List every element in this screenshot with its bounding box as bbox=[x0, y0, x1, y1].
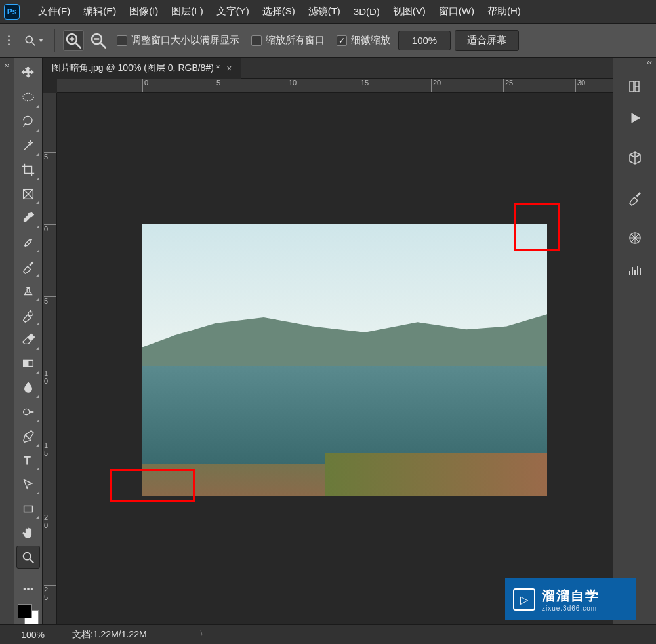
path-select-tool[interactable] bbox=[16, 473, 40, 496]
canvas-viewport[interactable] bbox=[57, 93, 613, 624]
ruler-v-label: 1 0 bbox=[44, 369, 48, 385]
clone-stamp-tool[interactable] bbox=[16, 279, 40, 302]
ruler-v-label: 5 bbox=[44, 153, 48, 161]
color-swatches[interactable] bbox=[18, 604, 39, 624]
canvas-image bbox=[142, 224, 547, 496]
status-flyout-icon[interactable]: 〉 bbox=[199, 629, 207, 640]
resize-window-label: 调整窗口大小以满屏显示 bbox=[131, 34, 239, 47]
ruler-h-label: 10 bbox=[289, 79, 297, 87]
move-tool[interactable] bbox=[16, 62, 40, 85]
menu-view[interactable]: 视图(V) bbox=[386, 1, 432, 22]
zoom-in-button[interactable] bbox=[63, 30, 84, 51]
panel-separator bbox=[613, 218, 656, 218]
svg-point-25 bbox=[28, 588, 30, 590]
type-tool[interactable]: T bbox=[16, 449, 40, 472]
fit-screen-button[interactable]: 适合屏幕 bbox=[455, 30, 519, 51]
histogram-icon[interactable] bbox=[619, 255, 651, 284]
status-bar: 100% 文档:1.22M/1.22M 〉 bbox=[0, 624, 656, 644]
right-panel-collapse[interactable]: ‹‹ bbox=[613, 58, 656, 71]
menu-window[interactable]: 窗口(W) bbox=[432, 1, 481, 22]
divider bbox=[54, 29, 55, 52]
status-doc-size[interactable]: 文档:1.22M/1.22M bbox=[72, 629, 147, 641]
left-panel-expand[interactable]: ›› bbox=[0, 58, 14, 624]
menu-bar: Ps 文件(F) 编辑(E) 图像(I) 图层(L) 文字(Y) 选择(S) 滤… bbox=[0, 0, 656, 24]
current-tool-indicator[interactable]: ▾ bbox=[20, 34, 47, 47]
scrubby-zoom-checkbox[interactable]: 细微缩放 bbox=[333, 34, 394, 47]
magic-wand-tool[interactable] bbox=[16, 134, 40, 157]
zoom-all-checkbox[interactable]: 缩放所有窗口 bbox=[247, 34, 329, 47]
libraries-panel-icon[interactable] bbox=[619, 72, 651, 101]
menu-3d[interactable]: 3D(D) bbox=[347, 2, 386, 21]
app-icon-label: Ps bbox=[7, 7, 17, 16]
blur-tool[interactable] bbox=[16, 376, 40, 399]
edit-toolbar-button[interactable] bbox=[16, 577, 40, 600]
actions-play-icon[interactable] bbox=[619, 104, 651, 132]
color-wheel-icon[interactable] bbox=[619, 224, 651, 252]
crop-tool[interactable] bbox=[16, 159, 40, 182]
menu-filter[interactable]: 滤镜(T) bbox=[302, 1, 347, 22]
document-tab[interactable]: 图片暗角.jpg @ 100% (图层 0, RGB/8#) * × bbox=[43, 58, 241, 79]
3d-panel-icon[interactable] bbox=[619, 144, 651, 172]
ruler-h-label: 30 bbox=[577, 79, 585, 87]
svg-point-24 bbox=[24, 588, 26, 590]
ruler-v-label: 5 bbox=[44, 297, 48, 305]
foreground-color-swatch[interactable] bbox=[18, 604, 32, 618]
vertical-ruler[interactable]: 5 0 5 1 0 1 5 2 0 2 5 bbox=[43, 93, 57, 624]
rectangle-tool[interactable] bbox=[16, 497, 40, 520]
watermark-logo-icon: ▷ bbox=[513, 588, 535, 611]
svg-point-0 bbox=[26, 36, 32, 43]
eraser-tool[interactable] bbox=[16, 328, 40, 351]
hand-tool[interactable] bbox=[16, 521, 40, 544]
annotation-box-bottom-left bbox=[110, 469, 195, 502]
brush-panel-icon[interactable] bbox=[619, 184, 651, 212]
history-brush-tool[interactable] bbox=[16, 304, 40, 327]
scrubby-zoom-label: 细微缩放 bbox=[351, 34, 390, 47]
zoom-tool[interactable] bbox=[16, 546, 40, 569]
image-water-region bbox=[142, 366, 547, 464]
options-handle-icon[interactable] bbox=[5, 33, 16, 48]
zoom-tool-icon bbox=[24, 34, 37, 47]
options-bar: ▾ 调整窗口大小以满屏显示 缩放所有窗口 细微缩放 100% 适合屏幕 bbox=[0, 24, 656, 58]
menu-image[interactable]: 图像(I) bbox=[123, 1, 165, 22]
annotation-box-top-right bbox=[514, 203, 560, 251]
ruler-h-label: 20 bbox=[433, 79, 441, 87]
lasso-tool[interactable] bbox=[16, 110, 40, 133]
status-zoom-value[interactable]: 100% bbox=[7, 630, 59, 640]
menu-help[interactable]: 帮助(H) bbox=[481, 1, 527, 22]
svg-text:T: T bbox=[24, 454, 31, 466]
ruler-v-label: 1 5 bbox=[44, 441, 48, 457]
menu-file[interactable]: 文件(F) bbox=[31, 1, 77, 22]
menu-select[interactable]: 选择(S) bbox=[256, 1, 302, 22]
marquee-tool[interactable] bbox=[16, 86, 40, 109]
brush-tool[interactable] bbox=[16, 255, 40, 278]
ruler-v-label: 2 5 bbox=[44, 586, 48, 601]
chevron-right-icon: ›› bbox=[5, 60, 10, 624]
zoom-in-icon bbox=[64, 31, 83, 50]
document-area: 图片暗角.jpg @ 100% (图层 0, RGB/8#) * × 0 5 1… bbox=[43, 58, 613, 624]
zoom-out-button[interactable] bbox=[88, 30, 109, 51]
dodge-tool[interactable] bbox=[16, 401, 40, 424]
menu-edit[interactable]: 编辑(E) bbox=[77, 1, 123, 22]
zoom-percent-input[interactable]: 100% bbox=[398, 31, 451, 50]
svg-point-9 bbox=[23, 94, 34, 101]
menu-type[interactable]: 文字(Y) bbox=[210, 1, 256, 22]
menu-layer[interactable]: 图层(L) bbox=[165, 1, 209, 22]
pen-tool[interactable] bbox=[16, 425, 40, 448]
svg-point-14 bbox=[25, 245, 26, 246]
frame-tool[interactable] bbox=[16, 183, 40, 206]
eyedropper-tool[interactable] bbox=[16, 207, 40, 230]
panel-separator bbox=[613, 138, 656, 138]
ruler-h-label: 0 bbox=[144, 79, 148, 87]
watermark-badge: ▷ 溜溜自学 zixue.3d66.com bbox=[505, 578, 636, 620]
healing-tool[interactable] bbox=[16, 231, 40, 254]
ruler-v-label: 2 0 bbox=[44, 513, 48, 529]
panel-separator bbox=[613, 178, 656, 178]
document-tabs: 图片暗角.jpg @ 100% (图层 0, RGB/8#) * × bbox=[43, 58, 613, 79]
svg-rect-21 bbox=[24, 506, 33, 512]
resize-window-checkbox[interactable]: 调整窗口大小以满屏显示 bbox=[113, 34, 243, 47]
app-icon: Ps bbox=[4, 4, 20, 20]
tool-separator bbox=[18, 573, 38, 573]
horizontal-ruler[interactable]: 0 5 10 15 20 25 30 bbox=[57, 79, 613, 93]
close-tab-button[interactable]: × bbox=[226, 63, 232, 73]
gradient-tool[interactable] bbox=[16, 352, 40, 375]
